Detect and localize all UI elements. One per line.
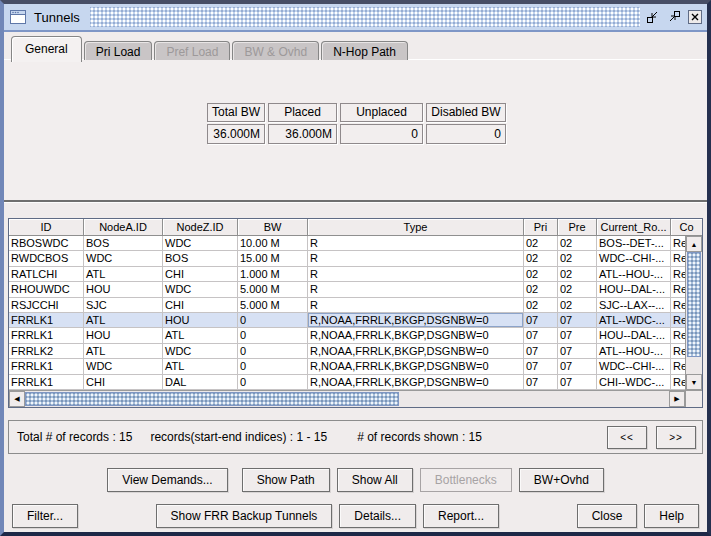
table-row[interactable]: RSJCCHISJCCHI5.000 MR0202SJC--LAX--...Re… <box>9 298 685 313</box>
close-icon[interactable] <box>686 8 704 26</box>
show-all-button[interactable]: Show All <box>337 468 413 492</box>
column-header-type[interactable]: Type <box>308 219 524 236</box>
horizontal-scrollbar-thumb[interactable] <box>25 392 399 406</box>
vertical-scrollbar-thumb[interactable] <box>687 252 701 357</box>
cell-bw: 0 <box>238 375 308 390</box>
table-row[interactable]: FRRLK2ATLWDC0R,NOAA,FRRLK,BKGP,DSGNBW=00… <box>9 344 685 359</box>
cell-pri: 02 <box>524 282 558 297</box>
cell-type: R <box>308 251 524 266</box>
cell-type: R,NOAA,FRRLK,BKGP,DSGNBW=0 <box>308 313 524 328</box>
cell-type: R,NOAA,FRRLK,BKGP,DSGNBW=0 <box>308 328 524 343</box>
cell-nodea-id: BOS <box>84 236 163 251</box>
filter-button[interactable]: Filter... <box>12 504 78 528</box>
column-header-nodez-id[interactable]: NodeZ.ID <box>163 219 238 236</box>
column-header-nodea-id[interactable]: NodeA.ID <box>84 219 163 236</box>
window-title: Tunnels <box>32 10 88 25</box>
scroll-up-icon[interactable]: ▲ <box>686 236 702 252</box>
summary-col-total-bw: Total BW36.000M <box>207 103 265 144</box>
window-titlebar[interactable]: Tunnels <box>4 4 707 32</box>
scroll-down-icon[interactable]: ▼ <box>686 374 702 390</box>
column-header-current-ro[interactable]: Current_Ro... <box>597 219 671 236</box>
cell-bw: 1.000 M <box>238 267 308 282</box>
cell-nodea-id: WDC <box>84 359 163 374</box>
table-row[interactable]: RHOUWDCHOUWDC5.000 MR0202HOU--DAL-...Req <box>9 282 685 297</box>
cell-pri: 07 <box>524 328 558 343</box>
tunnels-table: IDNodeA.IDNodeZ.IDBWTypePriPreCurrent_Ro… <box>8 218 703 408</box>
cell-bw: 0 <box>238 313 308 328</box>
bw-ovhd-button[interactable]: BW+Ovhd <box>519 468 604 492</box>
column-header-bw[interactable]: BW <box>238 219 308 236</box>
vertical-scrollbar-track[interactable] <box>686 252 702 374</box>
cell-nodez-id: WDC <box>163 344 238 359</box>
scrollbar-corner <box>685 391 702 407</box>
cell-type: R,NOAA,FRRLK,BKGP,DSGNBW=0 <box>308 359 524 374</box>
cell-id: RSJCCHI <box>9 298 84 313</box>
cell-pri: 02 <box>524 236 558 251</box>
cell-bw: 0 <box>238 328 308 343</box>
cell-co: Req <box>671 375 685 390</box>
table-header-row: IDNodeA.IDNodeZ.IDBWTypePriPreCurrent_Ro… <box>9 219 702 236</box>
cell-current-ro: BOS--DET-... <box>597 236 671 251</box>
cell-pre: 02 <box>558 282 597 297</box>
cell-pri: 07 <box>524 313 558 328</box>
column-header-id[interactable]: ID <box>9 219 84 236</box>
summary-value: 0 <box>340 124 423 144</box>
table-row[interactable]: FRRLK1WDCATL0R,NOAA,FRRLK,BKGP,DSGNBW=00… <box>9 359 685 374</box>
next-page-button[interactable]: >> <box>656 426 696 449</box>
cell-bw: 5.000 M <box>238 298 308 313</box>
cell-id: FRRLK1 <box>9 359 84 374</box>
tab-general[interactable]: General <box>11 36 82 62</box>
horizontal-scrollbar[interactable]: ◀ ▶ <box>9 390 702 407</box>
summary-header: Disabled BW <box>426 103 506 122</box>
close-button[interactable]: Close <box>577 504 638 528</box>
show-path-button[interactable]: Show Path <box>242 468 330 492</box>
horizontal-scrollbar-track[interactable] <box>25 391 669 407</box>
cell-nodea-id: CHI <box>84 375 163 390</box>
cell-co: Req <box>671 328 685 343</box>
summary-col-placed-bw: Placed BW36.000M <box>268 103 337 144</box>
table-row[interactable]: FRRLK1ATLHOU0R,NOAA,FRRLK,BKGP,DSGNBW=00… <box>9 313 685 328</box>
column-header-co[interactable]: Co <box>671 219 702 236</box>
cell-id: FRRLK1 <box>9 313 84 328</box>
cell-pre: 02 <box>558 267 597 282</box>
table-row[interactable]: RBOSWDCBOSWDC10.00 MR0202BOS--DET-...Req <box>9 236 685 251</box>
cell-nodea-id: ATL <box>84 267 163 282</box>
summary-col-unplaced-bw: Unplaced BW0 <box>340 103 423 144</box>
table-row[interactable]: RATLCHIATLCHI1.000 MR0202ATL--HOU-...Req <box>9 267 685 282</box>
show-frr-backup-tunnels-button[interactable]: Show FRR Backup Tunnels <box>156 504 333 528</box>
titlebar-texture <box>90 7 640 27</box>
table-row[interactable]: FRRLK1CHIDAL0R,NOAA,FRRLK,BKGP,DSGNBW=00… <box>9 375 685 390</box>
cell-nodez-id: CHI <box>163 267 238 282</box>
summary-value: 0 <box>426 124 506 144</box>
help-button[interactable]: Help <box>644 504 699 528</box>
cell-co: Req <box>671 359 685 374</box>
cell-current-ro: HOU--DAL-... <box>597 282 671 297</box>
table-row[interactable]: RWDCBOSWDCBOS15.00 MR0202WDC--CHI-...Req <box>9 251 685 266</box>
cell-nodez-id: DAL <box>163 375 238 390</box>
cell-bw: 0 <box>238 344 308 359</box>
prev-page-button[interactable]: << <box>607 426 647 449</box>
column-header-pre[interactable]: Pre <box>558 219 597 236</box>
table-row[interactable]: FRRLK1HOUATL0R,NOAA,FRRLK,BKGP,DSGNBW=00… <box>9 328 685 343</box>
vertical-scrollbar[interactable]: ▲ ▼ <box>685 236 702 390</box>
column-header-pri[interactable]: Pri <box>524 219 558 236</box>
cell-nodea-id: HOU <box>84 282 163 297</box>
view-demands-button[interactable]: View Demands... <box>107 468 228 492</box>
action-buttons-row2: Filter...Show FRR Backup TunnelsDetails.… <box>4 502 707 529</box>
scroll-left-icon[interactable]: ◀ <box>9 391 25 407</box>
cell-type: R <box>308 267 524 282</box>
report-button[interactable]: Report... <box>423 504 499 528</box>
cell-type: R,NOAA,FRRLK,BKGP,DSGNBW=0 <box>308 344 524 359</box>
cell-current-ro: WDC--CHI-... <box>597 359 671 374</box>
cell-co: Req <box>671 267 685 282</box>
window-controls <box>644 8 707 26</box>
panel-divider <box>4 200 707 203</box>
minimize-icon[interactable] <box>644 8 662 26</box>
scroll-right-icon[interactable]: ▶ <box>669 391 685 407</box>
cell-nodez-id: CHI <box>163 298 238 313</box>
summary-header: Placed BW <box>268 103 337 122</box>
cell-current-ro: CHI--WDC-... <box>597 375 671 390</box>
cell-type: R <box>308 282 524 297</box>
maximize-icon[interactable] <box>665 8 683 26</box>
details-button[interactable]: Details... <box>339 504 416 528</box>
